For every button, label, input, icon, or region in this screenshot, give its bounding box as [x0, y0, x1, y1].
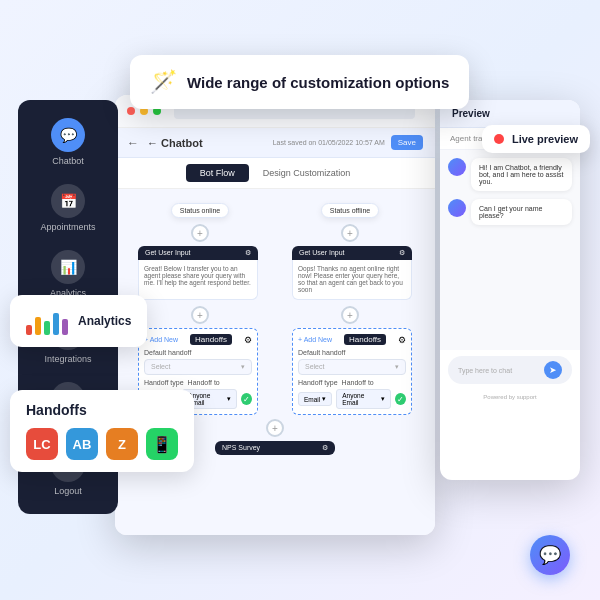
handoff-gear-1[interactable]: ⚙: [244, 335, 252, 345]
add-new-1[interactable]: + Add New: [144, 336, 178, 343]
chatbot-icon: 💬: [51, 118, 85, 152]
anyone-email-select-2[interactable]: Anyone Email ▾: [336, 389, 391, 409]
input-gear-1[interactable]: ⚙: [245, 249, 251, 257]
sidebar-label-appointments: Appointments: [40, 222, 95, 232]
chat-input-placeholder: Type here to chat: [458, 367, 512, 374]
chat-row-2: Can I get your name please?: [448, 199, 572, 225]
bot-avatar-2: [448, 199, 466, 217]
analytics-card: Analytics: [10, 295, 147, 347]
live-indicator: [494, 134, 504, 144]
chat-bubble-2: Can I get your name please?: [471, 199, 572, 225]
bar-3: [44, 321, 50, 335]
sidebar-item-chatbot[interactable]: 💬 Chatbot: [28, 110, 108, 174]
service-whatsapp: 📱: [146, 428, 178, 460]
handoff-to-label-2: Handoff to: [342, 379, 374, 386]
chat-row-1: Hi! I am Chatbot, a friendly bot, and I …: [448, 158, 572, 191]
handoffs-card: Handoffs LC AB Z 📱: [10, 390, 194, 472]
bar-1: [26, 325, 32, 335]
handoffs-badge-1: Handoffs: [190, 334, 232, 345]
tooltip-text: Wide range of customization options: [187, 74, 449, 91]
window-title: ← Chatbot: [147, 137, 265, 149]
preview-footer: Powered by support: [440, 390, 580, 404]
service-lc: LC: [26, 428, 58, 460]
input-box-1: Get User Input ⚙ Great! Below I transfer…: [138, 246, 258, 300]
analytics-icon: 📊: [51, 250, 85, 284]
send-button[interactable]: ➤: [544, 361, 562, 379]
input-label-2: Get User Input: [299, 249, 345, 257]
analytics-label: Analytics: [78, 314, 131, 328]
select-2[interactable]: Select▾: [298, 359, 406, 375]
input-box-2: Get User Input ⚙ Oops! Thanks no agent o…: [292, 246, 412, 300]
handoff-box-2: + Add New Handoffs ⚙ Default handoff Sel…: [292, 328, 412, 415]
save-button[interactable]: Save: [391, 135, 423, 150]
customization-tooltip: 🪄 Wide range of customization options: [130, 55, 469, 109]
plus-circle-3[interactable]: +: [191, 306, 209, 324]
handoffs-title: Handoffs: [26, 402, 178, 418]
plus-circle-1[interactable]: +: [191, 224, 209, 242]
scene: 🪄 Wide range of customization options 💬 …: [0, 0, 600, 600]
chat-bubble-1: Hi! I am Chatbot, a friendly bot, and I …: [471, 158, 572, 191]
bar-5: [62, 319, 68, 335]
email-select-2[interactable]: Email ▾: [298, 392, 332, 406]
nps-gear[interactable]: ⚙: [322, 444, 328, 452]
handoffs-services: LC AB Z 📱: [26, 428, 178, 460]
status-offline-node: Status offline: [321, 203, 379, 218]
handoff-gear-2[interactable]: ⚙: [398, 335, 406, 345]
window-header: ← ← Chatbot Last saved on 01/05/2022 10:…: [115, 128, 435, 158]
float-chat-button[interactable]: 💬: [530, 535, 570, 575]
tab-bar: Bot Flow Design Customization: [115, 158, 435, 189]
sidebar-label-integrations: Integrations: [44, 354, 91, 364]
back-arrow[interactable]: ←: [127, 136, 139, 150]
chat-input-bar[interactable]: Type here to chat ➤: [448, 356, 572, 384]
chat-area: Hi! I am Chatbot, a friendly bot, and I …: [440, 150, 580, 350]
confirm-btn-1[interactable]: ✓: [241, 393, 252, 405]
bar-chart: [26, 307, 68, 335]
handoff-type-label-2: Handoff type: [298, 379, 338, 386]
confirm-btn-2[interactable]: ✓: [395, 393, 406, 405]
nps-node: NPS Survey ⚙: [215, 441, 335, 455]
input-label-1: Get User Input: [145, 249, 191, 257]
sidebar-label-logout: Logout: [54, 486, 82, 496]
input-gear-2[interactable]: ⚙: [399, 249, 405, 257]
sidebar-label-chatbot: Chatbot: [52, 156, 84, 166]
appointments-icon: 📅: [51, 184, 85, 218]
select-1[interactable]: Select▾: [144, 359, 252, 375]
bot-avatar-1: [448, 158, 466, 176]
service-ab: AB: [66, 428, 98, 460]
default-handoff-label-1: Default handoff: [144, 349, 252, 356]
tab-design[interactable]: Design Customization: [249, 164, 365, 182]
bar-2: [35, 317, 41, 335]
input-body-1: Great! Below I transfer you to an agent …: [138, 260, 258, 300]
sidebar-item-appointments[interactable]: 📅 Appointments: [28, 176, 108, 240]
live-preview-label: Live preview: [512, 133, 578, 145]
chat-icon: 💬: [539, 544, 561, 566]
default-handoff-label-2: Default handoff: [298, 349, 406, 356]
autosave-text: Last saved on 01/05/2022 10:57 AM: [273, 139, 385, 146]
preview-panel: Preview Agent transfer bot Hi! I am Chat…: [440, 100, 580, 480]
input-body-2: Oops! Thanks no agent online right now! …: [292, 260, 412, 300]
plus-circle-2[interactable]: +: [341, 224, 359, 242]
status-online-node: Status online: [171, 203, 229, 218]
close-dot: [127, 107, 135, 115]
bar-4: [53, 313, 59, 335]
tab-bot-flow[interactable]: Bot Flow: [186, 164, 249, 182]
add-new-2[interactable]: + Add New: [298, 336, 332, 343]
plus-circle-5[interactable]: +: [266, 419, 284, 437]
nps-label: NPS Survey: [222, 444, 260, 452]
live-preview-tooltip: Live preview: [482, 125, 590, 153]
flow-area: Status online Status offline + + Get Use…: [115, 189, 435, 535]
wand-icon: 🪄: [150, 69, 177, 95]
service-z: Z: [106, 428, 138, 460]
handoff-to-label-1: Handoff to: [188, 379, 220, 386]
handoffs-badge-2: Handoffs: [344, 334, 386, 345]
header-actions: Last saved on 01/05/2022 10:57 AM Save: [273, 135, 423, 150]
handoff-type-label-1: Handoff type: [144, 379, 184, 386]
plus-circle-4[interactable]: +: [341, 306, 359, 324]
